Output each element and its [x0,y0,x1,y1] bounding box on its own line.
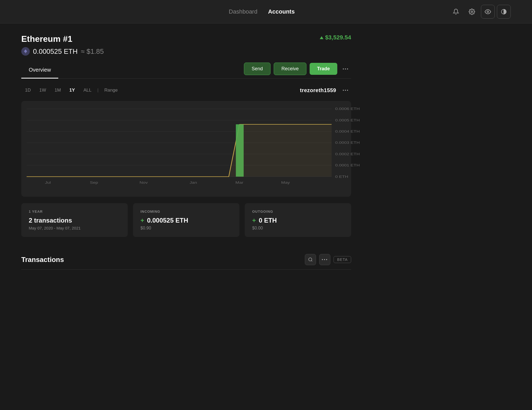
eth-icon [21,47,30,56]
chart-more-button[interactable] [340,85,351,96]
account-balance-row: 0.000525 ETH ≈ $1.85 [21,47,104,56]
svg-text:Mar: Mar [235,181,243,184]
settings-button[interactable] [465,5,479,19]
svg-text:0.0002 ETH: 0.0002 ETH [335,152,360,156]
chart-container: 0.0006 ETH 0.0005 ETH 0.0004 ETH 0.0003 … [21,101,351,197]
incoming-plus: + [140,217,144,224]
stat-card-year: 1 YEAR 2 transactions May 07, 2020 - May… [21,203,128,237]
trade-button[interactable]: Trade [310,63,337,75]
search-icon [308,257,313,262]
circle-half-icon [501,9,507,15]
time-1d[interactable]: 1D [21,86,35,95]
svg-text:0.0005 ETH: 0.0005 ETH [335,118,360,122]
svg-marker-26 [27,124,332,177]
time-filters: 1D 1W 1M 1Y ALL | Range [21,86,121,95]
time-all[interactable]: ALL [80,86,95,95]
beta-badge: BETA [334,256,351,263]
year-date-range: May 07, 2020 - May 07, 2021 [29,226,120,230]
year-label: 1 YEAR [29,210,120,214]
svg-text:Sep: Sep [90,181,98,184]
year-transactions: 2 transactions [29,217,120,224]
send-button[interactable]: Send [244,63,271,75]
outgoing-usd: $0.00 [252,226,344,231]
outgoing-label: OUTGOING [252,210,344,214]
outgoing-value: + 0 ETH [252,217,344,224]
incoming-eth: 0.000525 ETH [147,217,188,224]
svg-text:Jul: Jul [45,181,51,184]
more-options-button[interactable] [340,64,351,74]
svg-text:May: May [281,181,290,184]
top-navigation: Dashboard Accounts [0,0,532,23]
time-1y[interactable]: 1Y [66,86,79,95]
main-content: Ethereum #1 0.000525 ETH ≈ $1.85 $3,529.… [0,23,372,280]
stat-card-outgoing: OUTGOING + 0 ETH $0.00 [245,203,351,237]
transactions-header: Transactions BETA [21,254,351,270]
chart-svg: 0.0006 ETH 0.0005 ETH 0.0004 ETH 0.0003 … [27,109,346,189]
time-1m[interactable]: 1M [51,86,65,95]
incoming-value: + 0.000525 ETH [140,217,232,224]
time-divider: | [97,88,98,93]
svg-line-28 [311,260,312,261]
eth-amount: 0.000525 ETH [33,47,78,56]
price-change: $3,529.54 [320,34,351,41]
eth-approx: ≈ $1.85 [81,47,104,56]
nav-accounts[interactable]: Accounts [268,8,295,15]
svg-text:0 ETH: 0 ETH [335,174,348,178]
svg-text:Jan: Jan [190,181,197,184]
price-value: $3,529.54 [325,34,351,41]
tab-items: Overview [21,62,58,78]
search-transactions-button[interactable] [305,254,316,265]
gear-icon [469,9,475,15]
svg-text:0.0006 ETH: 0.0006 ETH [335,107,360,111]
account-info: Ethereum #1 0.000525 ETH ≈ $1.85 [21,34,104,56]
bell-icon [453,9,459,15]
svg-point-1 [487,11,489,13]
chart-section: 1D 1W 1M 1Y ALL | Range trezoreth1559 [21,79,351,243]
svg-point-27 [309,258,312,261]
tab-actions: Send Receive Trade [244,63,351,78]
chart-header: 1D 1W 1M 1Y ALL | Range trezoreth1559 [21,85,351,96]
outgoing-plus: + [252,217,256,224]
transactions-title: Transactions [21,256,64,264]
transactions-section: Transactions BETA [21,254,351,270]
nav-right-actions [449,5,511,19]
svg-text:0.0001 ETH: 0.0001 ETH [335,163,360,167]
nav-links: Dashboard Accounts [229,8,295,15]
nav-dashboard[interactable]: Dashboard [229,8,257,15]
incoming-usd: $0.90 [140,226,232,231]
account-name: Ethereum #1 [21,34,104,44]
tab-overview[interactable]: Overview [21,62,58,79]
eye-button[interactable] [481,5,495,19]
transactions-actions: BETA [305,254,351,265]
time-range[interactable]: Range [101,86,121,95]
account-header: Ethereum #1 0.000525 ETH ≈ $1.85 $3,529.… [21,34,351,56]
svg-point-0 [471,11,473,13]
svg-text:Nov: Nov [140,181,148,184]
time-1w[interactable]: 1W [36,86,50,95]
tab-bar: Overview Send Receive Trade [21,62,351,79]
arrow-up-icon [320,36,323,39]
stat-card-incoming: INCOMING + 0.000525 ETH $0.90 [133,203,239,237]
transactions-more-button[interactable] [319,254,330,265]
notification-button[interactable] [449,5,463,19]
stats-row: 1 YEAR 2 transactions May 07, 2020 - May… [21,203,351,237]
incoming-label: INCOMING [140,210,232,214]
outgoing-eth: 0 ETH [259,217,277,224]
chart-title: trezoreth1559 [300,87,336,93]
eye-icon [485,9,491,15]
receive-button[interactable]: Receive [274,63,306,75]
svg-text:0.0004 ETH: 0.0004 ETH [335,129,360,133]
theme-button[interactable] [497,5,511,19]
svg-text:0.0003 ETH: 0.0003 ETH [335,141,360,145]
